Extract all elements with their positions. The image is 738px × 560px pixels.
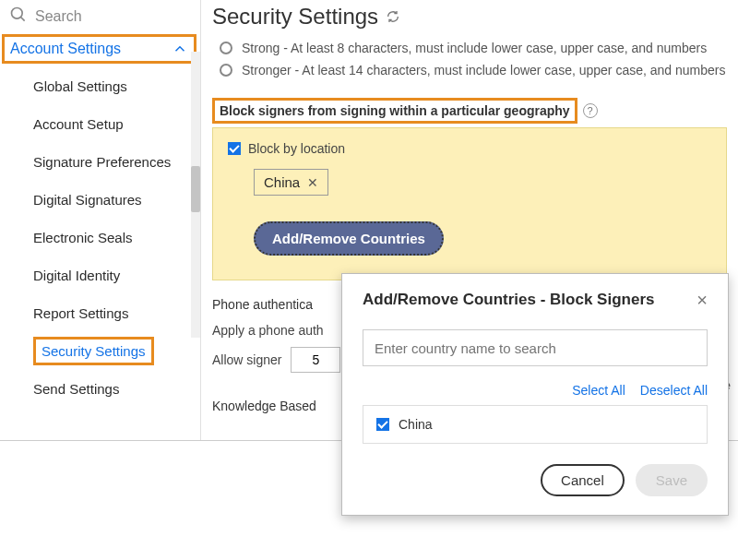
sidebar-item-security-settings[interactable]: Security Settings — [0, 332, 200, 370]
sidebar-item-report-settings[interactable]: Report Settings — [0, 294, 200, 332]
sidebar-item-global-settings[interactable]: Global Settings — [0, 67, 200, 105]
sidebar: Search Account Settings Global Settings … — [0, 0, 201, 440]
checkbox-checked-icon — [376, 418, 389, 431]
radio-strong-label: Strong - At least 8 characters, must inc… — [242, 41, 707, 55]
sidebar-item-digital-signatures[interactable]: Digital Signatures — [0, 181, 200, 219]
radio-stronger-label: Stronger - At least 14 characters, must … — [242, 63, 726, 77]
country-search-input[interactable] — [363, 329, 708, 366]
chip-china[interactable]: China ✕ — [254, 169, 328, 196]
select-all-link[interactable]: Select All — [572, 383, 625, 398]
search-placeholder: Search — [35, 8, 82, 25]
cancel-button[interactable]: Cancel — [541, 464, 625, 496]
block-heading: Block signers from signing within a part… — [212, 98, 577, 124]
checkbox-block-by-location[interactable]: Block by location — [228, 141, 711, 156]
country-row-china[interactable]: China — [376, 417, 694, 432]
sidebar-item-signature-preferences[interactable]: Signature Preferences — [0, 143, 200, 181]
help-icon[interactable]: ? — [583, 103, 598, 118]
accordion-account-settings[interactable]: Account Settings — [2, 34, 196, 64]
sidebar-item-electronic-seals[interactable]: Electronic Seals — [0, 219, 200, 256]
close-icon[interactable]: ✕ — [307, 175, 318, 190]
scrollbar-thumb[interactable] — [191, 166, 200, 212]
add-remove-countries-modal: Add/Remove Countries - Block Signers × S… — [341, 273, 729, 516]
sidebar-item-send-settings[interactable]: Send Settings — [0, 370, 200, 408]
block-panel: Block by location China ✕ Add/Remove Cou… — [212, 127, 727, 280]
close-icon[interactable]: × — [696, 291, 708, 309]
allow-signer-label: Allow signer — [212, 352, 281, 367]
refresh-icon[interactable] — [386, 4, 400, 30]
chip-label: China — [264, 174, 300, 190]
nav-list: Global Settings Account Setup Signature … — [0, 67, 200, 408]
sidebar-item-account-setup[interactable]: Account Setup — [0, 105, 200, 143]
deselect-all-link[interactable]: Deselect All — [640, 383, 708, 398]
svg-line-1 — [21, 18, 25, 21]
checkbox-checked-icon — [228, 142, 241, 155]
country-list: China — [363, 405, 708, 444]
radio-strong[interactable]: Strong - At least 8 characters, must inc… — [212, 37, 727, 59]
block-heading-row: Block signers from signing within a part… — [212, 98, 727, 124]
sidebar-item-digital-identity[interactable]: Digital Identity — [0, 256, 200, 294]
radio-icon — [220, 64, 232, 77]
block-by-location-label: Block by location — [248, 141, 345, 156]
modal-title: Add/Remove Countries - Block Signers — [363, 291, 654, 309]
allow-signer-input[interactable] — [291, 347, 340, 373]
radio-stronger[interactable]: Stronger - At least 14 characters, must … — [212, 59, 727, 81]
chip-area: China ✕ — [254, 169, 711, 196]
accordion-label: Account Settings — [10, 41, 121, 57]
page-title: Security Settings — [212, 0, 727, 37]
radio-icon — [220, 42, 232, 54]
search-icon — [9, 6, 28, 27]
chevron-up-icon — [172, 41, 188, 57]
save-button: Save — [636, 464, 708, 496]
svg-point-0 — [12, 8, 23, 19]
search-row[interactable]: Search — [0, 0, 200, 32]
add-remove-countries-button[interactable]: Add/Remove Countries — [254, 221, 444, 256]
country-label: China — [399, 417, 433, 432]
